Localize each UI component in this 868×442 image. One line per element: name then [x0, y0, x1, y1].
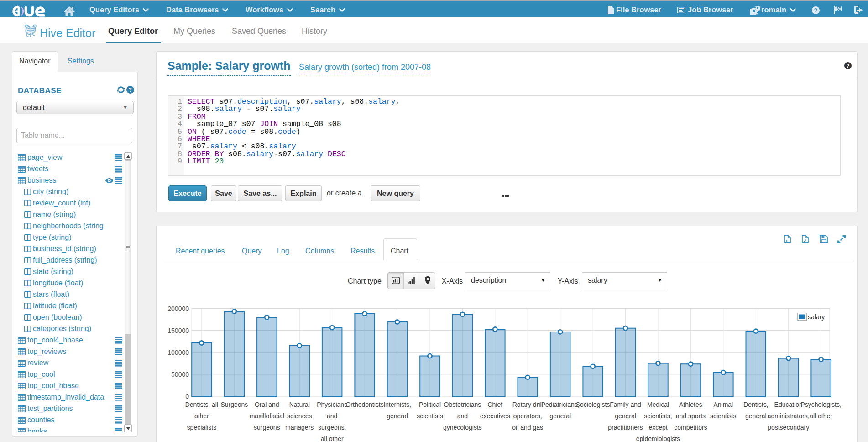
svg-text:epidemiologists: epidemiologists: [636, 435, 680, 442]
svg-text:Political: Political: [419, 401, 441, 408]
svg-text:surgeons: surgeons: [254, 424, 280, 431]
svg-text:maxillofacial: maxillofacial: [250, 412, 284, 420]
svg-text:scientists: scientists: [710, 412, 737, 420]
svg-text:salary: salary: [808, 313, 825, 321]
svg-text:Medical: Medical: [647, 401, 669, 408]
svg-text:surgeons,: surgeons,: [318, 424, 346, 431]
svg-text:administrators,: administrators,: [768, 412, 810, 420]
svg-text:Family and: Family and: [610, 401, 641, 408]
svg-text:0: 0: [185, 393, 189, 400]
svg-text:general: general: [745, 412, 767, 420]
svg-text:Athletes: Athletes: [679, 401, 702, 408]
svg-text:all other: all other: [810, 412, 832, 420]
svg-text:Pediatricians,: Pediatricians,: [541, 401, 580, 408]
svg-text:Chief: Chief: [487, 401, 502, 408]
svg-text:50000: 50000: [171, 371, 189, 378]
svg-text:sciences: sciences: [287, 412, 312, 420]
svg-text:general: general: [615, 412, 636, 420]
svg-text:200000: 200000: [167, 305, 189, 312]
svg-text:Animal: Animal: [713, 401, 733, 408]
svg-text:scientists,: scientists,: [644, 412, 672, 420]
svg-text:150000: 150000: [167, 327, 189, 334]
svg-text:Rotary drill: Rotary drill: [512, 401, 543, 408]
svg-text:Physicians: Physicians: [317, 401, 347, 408]
svg-text:other: other: [194, 412, 209, 420]
svg-text:Sociologists: Sociologists: [576, 401, 610, 408]
svg-text:Natural: Natural: [289, 401, 310, 408]
svg-text:general: general: [387, 412, 408, 420]
svg-text:?: ?: [129, 87, 132, 93]
svg-text:Internists,: Internists,: [383, 401, 411, 408]
svg-text:and: and: [327, 412, 337, 420]
svg-text:postsecondary: postsecondary: [768, 424, 809, 431]
svg-text:gynecologists: gynecologists: [443, 424, 482, 431]
svg-text:Obstetricians: Obstetricians: [444, 401, 481, 408]
svg-text:100000: 100000: [167, 349, 189, 356]
svg-text:Oral and: Oral and: [255, 401, 279, 408]
svg-text:general: general: [549, 412, 571, 420]
svg-text:Surgeons: Surgeons: [220, 401, 248, 408]
svg-text:except: except: [648, 424, 667, 431]
svg-text:Dentists,: Dentists,: [743, 401, 768, 408]
svg-text:and sports: and sports: [676, 412, 706, 420]
svg-text:Dentists, all: Dentists, all: [185, 401, 218, 408]
svg-text:scientists: scientists: [417, 412, 443, 420]
svg-text:and: and: [457, 412, 468, 420]
svg-text:executives: executives: [480, 412, 510, 420]
svg-text:Orthodontists: Orthodontists: [345, 401, 383, 408]
svg-text:operators,: operators,: [513, 412, 542, 420]
svg-text:Psychologists,: Psychologists,: [800, 401, 841, 408]
svg-text:Education: Education: [774, 401, 803, 408]
svg-text:all other: all other: [321, 435, 344, 442]
svg-text:oil and gas: oil and gas: [512, 424, 543, 431]
svg-text:specialists: specialists: [187, 424, 217, 431]
svg-text:competitors: competitors: [674, 424, 707, 431]
svg-text:practitioners: practitioners: [608, 424, 643, 431]
svg-text:managers: managers: [285, 424, 314, 431]
